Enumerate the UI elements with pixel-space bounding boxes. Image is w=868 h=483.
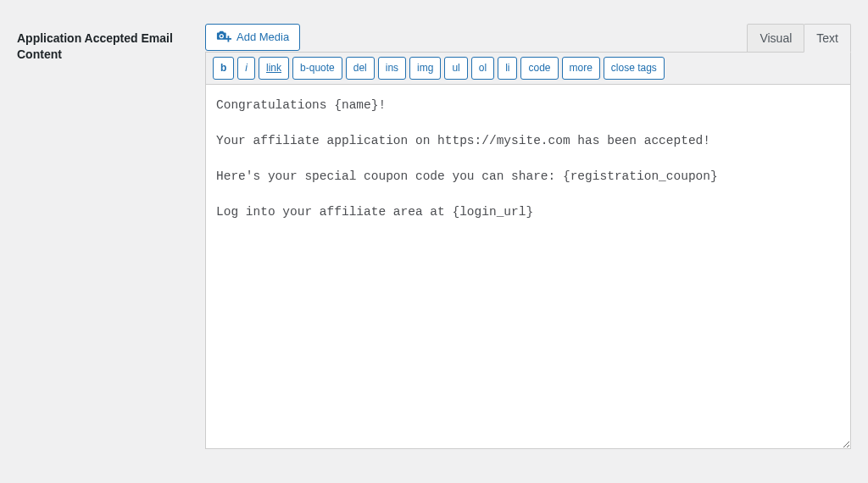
editor-tabs: Visual Text <box>748 24 851 53</box>
qt-ul-button[interactable]: ul <box>444 57 467 80</box>
qt-li-button[interactable]: li <box>498 57 517 80</box>
qt-ins-button[interactable]: ins <box>378 57 406 80</box>
qt-more-button[interactable]: more <box>562 57 600 80</box>
quicktags-toolbar: b i link b-quote del ins img ul ol li co… <box>205 52 851 85</box>
qt-del-button[interactable]: del <box>346 57 375 80</box>
qt-code-button[interactable]: code <box>520 57 558 80</box>
field-label: Application Accepted Email Content <box>17 31 186 63</box>
qt-bquote-button[interactable]: b-quote <box>292 57 342 80</box>
tab-text[interactable]: Text <box>804 24 851 53</box>
tab-visual[interactable]: Visual <box>747 24 804 53</box>
field-label-column: Application Accepted Email Content <box>17 24 186 452</box>
qt-b-button[interactable]: b <box>213 57 234 80</box>
qt-i-button[interactable]: i <box>237 57 255 80</box>
qt-img-button[interactable]: img <box>409 57 441 80</box>
content-textarea[interactable] <box>205 85 851 449</box>
add-media-label: Add Media <box>236 30 289 45</box>
editor-column: Add Media Visual Text b i link b-quote d… <box>205 24 851 452</box>
qt-closetags-button[interactable]: close tags <box>604 57 665 80</box>
media-icon <box>216 30 231 45</box>
qt-link-button[interactable]: link <box>259 57 289 80</box>
qt-ol-button[interactable]: ol <box>471 57 494 80</box>
add-media-button[interactable]: Add Media <box>205 24 300 51</box>
